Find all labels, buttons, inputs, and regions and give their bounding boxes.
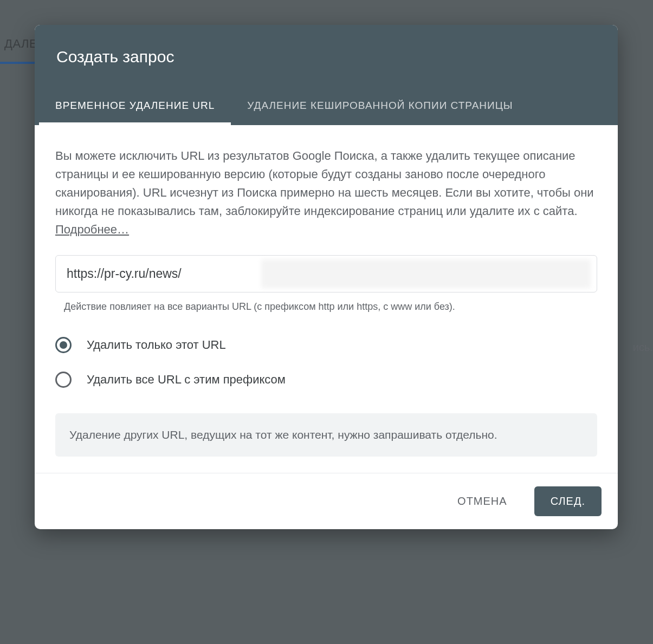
dialog-header: Создать запрос ВРЕМЕННОЕ УДАЛЕНИЕ URL УД… bbox=[35, 25, 618, 125]
tab-cached-removal[interactable]: УДАЛЕНИЕ КЕШИРОВАННОЙ КОПИИ СТРАНИЦЫ bbox=[231, 88, 529, 125]
dialog-tabs: ВРЕМЕННОЕ УДАЛЕНИЕ URL УДАЛЕНИЕ КЕШИРОВА… bbox=[35, 88, 618, 125]
description-text: Вы можете исключить URL из результатов G… bbox=[55, 147, 597, 239]
learn-more-link[interactable]: Подробнее… bbox=[55, 223, 129, 236]
url-input[interactable] bbox=[55, 255, 597, 292]
radio-label: Удалить все URL с этим префиксом bbox=[87, 373, 286, 387]
radio-label: Удалить только этот URL bbox=[87, 338, 226, 352]
url-hint-text: Действие повлияет на все варианты URL (с… bbox=[55, 301, 597, 328]
url-input-container bbox=[55, 255, 597, 292]
removal-scope-radio-group: Удалить только этот URL Удалить все URL … bbox=[55, 328, 597, 413]
radio-icon bbox=[55, 372, 72, 388]
radio-remove-prefix[interactable]: Удалить все URL с этим префиксом bbox=[55, 362, 597, 397]
background-text-fragment: ись. bbox=[633, 341, 653, 354]
dialog-footer: ОТМЕНА СЛЕД. bbox=[35, 473, 618, 529]
tab-temporary-removal[interactable]: ВРЕМЕННОЕ УДАЛЕНИЕ URL bbox=[39, 88, 231, 125]
note-box: Удаление других URL, ведущих на тот же к… bbox=[55, 413, 597, 457]
radio-remove-only-this[interactable]: Удалить только этот URL bbox=[55, 328, 597, 362]
dialog-body: Вы можете исключить URL из результатов G… bbox=[35, 125, 618, 473]
radio-icon bbox=[55, 337, 72, 353]
description-main: Вы можете исключить URL из результатов G… bbox=[55, 149, 594, 218]
next-button[interactable]: СЛЕД. bbox=[534, 486, 602, 516]
cancel-button[interactable]: ОТМЕНА bbox=[441, 486, 523, 516]
dialog-title: Создать запрос bbox=[35, 25, 618, 88]
create-request-dialog: Создать запрос ВРЕМЕННОЕ УДАЛЕНИЕ URL УД… bbox=[35, 25, 618, 529]
